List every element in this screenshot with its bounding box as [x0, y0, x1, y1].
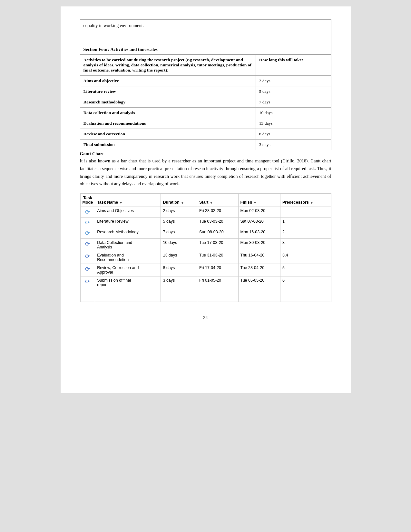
task-mode-icon: ⟳ [85, 208, 90, 216]
empty-cell [80, 289, 95, 302]
gantt-th-predecessors[interactable]: Predecessors▼ [280, 194, 331, 207]
task-mode-cell: ⟳ [80, 207, 95, 218]
task-start-cell: Tue 31-03-20 [197, 251, 238, 264]
section-header: Section Four: Activities and timescales [80, 45, 331, 54]
activity-name: Review and correction [80, 129, 256, 140]
gantt-th-task_mode[interactable]: TaskMode [80, 194, 95, 207]
task-mode-icon: ⟳ [85, 253, 90, 260]
task-name-cell: Submission of final report [95, 276, 161, 289]
activity-row: Data collection and analysis 10 days [80, 108, 331, 118]
gantt-row: ⟳Literature Review5 daysTue 03-03-20Sat … [80, 218, 331, 228]
empty-cell [197, 289, 238, 302]
task-finish-cell: Mon 16-03-20 [238, 228, 280, 239]
task-finish-cell: Thu 16-04-20 [238, 251, 280, 264]
activity-row: Aims and objective 2 days [80, 76, 331, 86]
task-duration-cell: 2 days [161, 207, 197, 218]
activity-duration: 2 days [256, 76, 331, 86]
task-name-cell: Data Collection and Analysis [95, 239, 161, 251]
gantt-th-duration[interactable]: Duration▼ [161, 194, 197, 207]
empty-cell [161, 289, 197, 302]
empty-cell [280, 289, 331, 302]
sort-arrow-task_name: ▼ [119, 201, 122, 205]
activity-duration: 7 days [256, 97, 331, 108]
gantt-header: Gantt Chart [80, 151, 331, 157]
sort-arrow-start: ▼ [210, 201, 213, 205]
top-text: equality in working environment. [83, 23, 144, 28]
task-predecessors-cell: 5 [280, 264, 331, 276]
task-name-cell: Research Methodology [95, 228, 161, 239]
task-predecessors-cell: 6 [280, 276, 331, 289]
activity-name: Literature review [80, 86, 256, 97]
gantt-header-label-start: Start [199, 200, 208, 205]
task-mode-cell: ⟳ [80, 239, 95, 251]
task-name-cell: Literature Review [95, 218, 161, 228]
task-mode-icon: ⟳ [85, 219, 90, 226]
task-mode-cell: ⟳ [80, 218, 95, 228]
task-duration-cell: 8 days [161, 264, 197, 276]
task-predecessors-cell: 1 [280, 218, 331, 228]
task-duration-cell: 13 days [161, 251, 197, 264]
gantt-row: ⟳Review, Correction and Approval8 daysFr… [80, 264, 331, 276]
activities-col-header: Activities to be carried out during the … [80, 55, 256, 76]
sort-arrow-duration: ▼ [181, 201, 184, 205]
activity-name: Final submission [80, 140, 256, 150]
task-name-cell: Review, Correction and Approval [95, 264, 161, 276]
activity-name: Evaluation and recommendations [80, 118, 256, 129]
gantt-th-start[interactable]: Start▼ [197, 194, 238, 207]
gantt-description: It is also known as a bar chart that is … [80, 157, 331, 188]
gantt-container: TaskModeTask Name▼Duration▼Start▼Finish▼… [80, 193, 331, 302]
task-start-cell: Fri 01-05-20 [197, 276, 238, 289]
task-mode-cell: ⟳ [80, 276, 95, 289]
gantt-header-label-predecessors: Predecessors [282, 200, 309, 205]
activity-name: Data collection and analysis [80, 108, 256, 118]
task-mode-cell: ⟳ [80, 264, 95, 276]
activity-duration: 10 days [256, 108, 331, 118]
task-name-cell: Evaluation and Recommendetion [95, 251, 161, 264]
task-duration-cell: 3 days [161, 276, 197, 289]
activity-row: Literature review 5 days [80, 86, 331, 97]
gantt-table: TaskModeTask Name▼Duration▼Start▼Finish▼… [80, 193, 331, 302]
task-mode-cell: ⟳ [80, 228, 95, 239]
task-finish-cell: Tue 05-05-20 [238, 276, 280, 289]
task-start-cell: Tue 17-03-20 [197, 239, 238, 251]
activity-name: Research methodology [80, 97, 256, 108]
task-predecessors-cell: 3 [280, 239, 331, 251]
section-header-label: Section Four: Activities and timescales [83, 47, 158, 52]
gantt-row: ⟳Submission of final report3 daysFri 01-… [80, 276, 331, 289]
gantt-row: ⟳Evaluation and Recommendetion13 daysTue… [80, 251, 331, 264]
task-finish-cell: Mon 30-03-20 [238, 239, 280, 251]
activity-row: Evaluation and recommendations 13 days [80, 118, 331, 129]
duration-col-header: How long this will take: [256, 55, 331, 76]
task-duration-cell: 5 days [161, 218, 197, 228]
activities-table: Activities to be carried out during the … [80, 54, 331, 150]
gantt-row: ⟳Data Collection and Analysis10 daysTue … [80, 239, 331, 251]
task-predecessors-cell: 3,4 [280, 251, 331, 264]
task-start-cell: Fri 28-02-20 [197, 207, 238, 218]
empty-cell [238, 289, 280, 302]
task-mode-icon: ⟳ [85, 278, 90, 285]
task-mode-icon: ⟳ [85, 230, 90, 237]
gantt-th-finish[interactable]: Finish▼ [238, 194, 280, 207]
task-finish-cell: Mon 02-03-20 [238, 207, 280, 218]
task-name-cell: Aims and Objectives [95, 207, 161, 218]
gantt-thead: TaskModeTask Name▼Duration▼Start▼Finish▼… [80, 194, 331, 207]
activity-duration: 5 days [256, 86, 331, 97]
gantt-header-label-task_name: Task Name [97, 200, 118, 205]
activity-row: Final submission 3 days [80, 140, 331, 150]
gantt-empty-row [80, 289, 331, 302]
task-predecessors-cell [280, 207, 331, 218]
task-finish-cell: Sat 07-03-20 [238, 218, 280, 228]
activity-row: Review and correction 8 days [80, 129, 331, 140]
task-duration-cell: 10 days [161, 239, 197, 251]
gantt-row: ⟳Research Methodology7 daysSun 08-03-20M… [80, 228, 331, 239]
gantt-th-task_name[interactable]: Task Name▼ [95, 194, 161, 207]
task-start-cell: Sun 08-03-20 [197, 228, 238, 239]
gantt-header-label-duration: Duration [163, 200, 179, 205]
activity-duration: 13 days [256, 118, 331, 129]
task-start-cell: Fri 17-04-20 [197, 264, 238, 276]
top-text-area: equality in working environment. [80, 19, 331, 45]
gantt-row: ⟳Aims and Objectives2 daysFri 28-02-20Mo… [80, 207, 331, 218]
task-mode-icon: ⟳ [85, 240, 90, 247]
task-finish-cell: Tue 28-04-20 [238, 264, 280, 276]
empty-cell [95, 289, 161, 302]
